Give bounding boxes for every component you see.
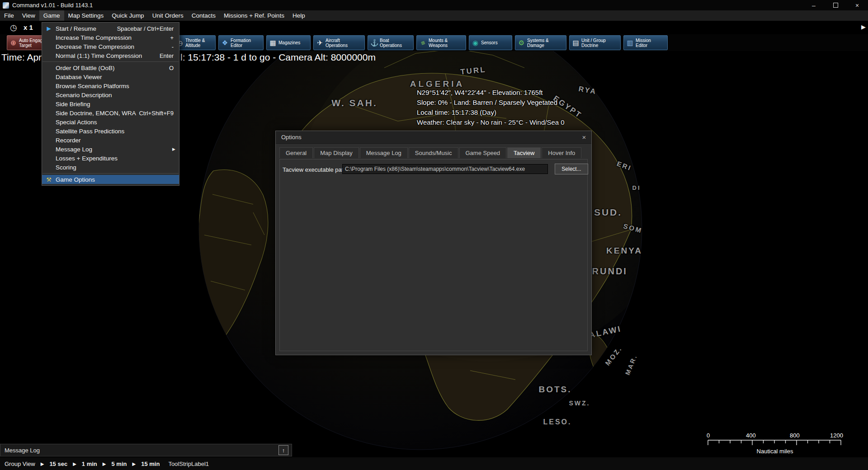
menu-item-message-log[interactable]: Message Log ▶ <box>42 145 179 154</box>
message-log-label: Message Log <box>0 447 40 454</box>
maximize-icon <box>833 3 838 8</box>
menu-item-shortcut: + <box>170 34 179 41</box>
menu-help[interactable]: Help <box>288 10 309 21</box>
menu-item-scoring[interactable]: Scoring <box>42 163 179 172</box>
toolbar-button-magazines[interactable]: ▦ Magazines <box>266 35 311 50</box>
tab-general[interactable]: General <box>279 147 313 158</box>
menu-missions-ref-points[interactable]: Missions + Ref. Points <box>220 10 288 21</box>
menu-item-satellite-pass-predictions[interactable]: Satellite Pass Predictions <box>42 127 179 136</box>
menu-item-label: Game Options <box>56 176 179 183</box>
toolbar-button-sensors[interactable]: ◉ Sensors <box>469 35 512 50</box>
toolbar-button-unit-group-doctrine[interactable]: ▤ Unit / GroupDoctrine <box>569 35 621 50</box>
preset-5-min-button[interactable]: 5 min <box>112 461 127 467</box>
preset-15-min-button[interactable]: 15 min <box>141 461 160 467</box>
menu-file[interactable]: File <box>0 10 18 21</box>
sensors-icon: ◉ <box>472 39 479 47</box>
toolbar-button-systems-damage[interactable]: ⚙ Systems &Damage <box>515 35 566 50</box>
select-path-button[interactable]: Select... <box>555 164 588 174</box>
triangle-icon: ▶ <box>103 461 106 466</box>
menu-item-database-viewer[interactable]: Database Viewer <box>42 72 179 81</box>
map-label: SUD. <box>594 207 622 218</box>
menu-item-scenario-description[interactable]: Scenario Description <box>42 90 179 99</box>
menu-item-label: Scenario Description <box>56 92 179 99</box>
preset-15-sec-button[interactable]: 15 sec <box>49 461 67 467</box>
minimize-icon: – <box>812 2 816 9</box>
toolbar-button-mission-editor[interactable]: ▥ MissionEditor <box>623 35 668 50</box>
panel-collapse-icon[interactable]: ▶ <box>861 24 866 30</box>
tab-message-log[interactable]: Message Log <box>360 147 408 158</box>
map-label: SWZ. <box>569 400 590 407</box>
scale-unit-label: Nautical miles <box>707 448 843 455</box>
menu-item-browse-scenario-platforms[interactable]: Browse Scenario Platforms <box>42 81 179 90</box>
app-window: TURL ALGERIA W. SAH. RYA EGYPT ERI DI SU… <box>0 0 868 470</box>
close-button[interactable]: × <box>846 0 868 10</box>
minimize-button[interactable]: – <box>803 0 825 10</box>
map-label: W. SAH. <box>331 98 377 108</box>
submenu-arrow-icon: ▶ <box>172 147 179 151</box>
tool-strip-label: ToolStripLabel1 <box>168 461 209 467</box>
close-icon: × <box>582 133 586 141</box>
clock-icon[interactable]: ◷ <box>10 23 17 33</box>
toolbar-button-throttle-altitude[interactable]: ◷ Throttle &Altitude <box>173 35 216 50</box>
menu-quick-jump[interactable]: Quick Jump <box>108 10 148 21</box>
menu-unit-orders[interactable]: Unit Orders <box>148 10 188 21</box>
cursor-map-info: N29°51'42", W4°22'44" - Elevation: 1765f… <box>417 88 565 127</box>
app-icon <box>3 2 9 9</box>
menu-item-normal-time-compression[interactable]: Normal (1:1) Time Compression Enter <box>42 51 179 60</box>
magazines-icon: ▦ <box>269 39 277 47</box>
menu-item-order-of-battle[interactable]: Order Of Battle (OoB) O <box>42 63 179 72</box>
button-label: Boat <box>380 38 402 43</box>
menu-item-label: Recorder <box>56 137 179 144</box>
tab-sounds-music[interactable]: Sounds/Music <box>409 147 458 158</box>
menu-view[interactable]: View <box>18 10 39 21</box>
tab-hover-info[interactable]: Hover Info <box>542 147 581 158</box>
menu-item-label: Order Of Battle (OoB) <box>56 65 169 71</box>
map-info-coordinates: N29°51'42", W4°22'44" - Elevation: 1765f… <box>417 88 565 98</box>
menu-item-start-resume[interactable]: ▶ Start / Resume Spacebar / Ctrl+Enter <box>42 24 179 33</box>
toolbar-button-mounts-weapons[interactable]: ≡ Mounts &Weapons <box>416 35 466 50</box>
menu-game[interactable]: Game <box>39 10 64 21</box>
options-dialog-close-button[interactable]: × <box>577 133 591 141</box>
triangle-icon: ▶ <box>132 461 136 466</box>
scale-ruler <box>707 439 843 446</box>
scale-tick-label: 0 <box>707 432 710 439</box>
menu-item-side-doctrine-emcon-wra[interactable]: Side Doctrine, EMCON, WRA Ctrl+Shift+F9 <box>42 108 179 118</box>
map-info-local-time: Local time: 15:17:38 (Day) <box>417 108 565 118</box>
menu-item-label: Database Viewer <box>56 74 179 80</box>
tab-game-speed[interactable]: Game Speed <box>459 147 507 158</box>
tab-tacview[interactable]: Tacview <box>507 147 541 158</box>
menu-item-game-options[interactable]: ⚒ Game Options <box>42 175 179 184</box>
options-dialog-titlebar[interactable]: Options × <box>276 131 591 144</box>
menu-item-losses-expenditures[interactable]: Losses + Expenditures <box>42 154 179 163</box>
menu-item-recorder[interactable]: Recorder <box>42 136 179 145</box>
toolbar-button-formation-editor[interactable]: ❖ FormationEditor <box>218 35 264 50</box>
toolbar-button-aircraft-operations[interactable]: ✈ AircraftOperations <box>313 35 365 50</box>
menu-map-settings[interactable]: Map Settings <box>64 10 108 21</box>
group-view-button[interactable]: Group View <box>5 461 35 467</box>
maximize-button[interactable] <box>825 0 846 10</box>
scale-tick-label: 1200 <box>830 432 843 439</box>
menu-item-label: Increase Time Compression <box>56 34 170 41</box>
menu-item-side-briefing[interactable]: Side Briefing <box>42 99 179 108</box>
toolbar-button-boat-operations[interactable]: ⚓ BoatOperations <box>368 35 414 50</box>
preset-1-min-button[interactable]: 1 min <box>82 461 97 467</box>
tacview-path-input[interactable] <box>342 164 548 174</box>
button-label: Mission <box>636 38 651 43</box>
button-label: Magazines <box>278 40 300 45</box>
auto-engage-icon: ⊕ <box>9 39 17 47</box>
aircraft-icon: ✈ <box>316 39 324 47</box>
game-menu-popup: ▶ Start / Resume Spacebar / Ctrl+Enter I… <box>42 22 179 186</box>
tab-map-display[interactable]: Map Display <box>314 147 359 158</box>
map-scale-bar: 0 400 800 1200 Nautical <box>707 432 843 455</box>
toolbar-button-group: ◷ Throttle &Altitude ❖ FormationEditor ▦… <box>173 35 668 50</box>
button-label: Editor <box>231 43 251 48</box>
window-controls: – × <box>803 0 868 10</box>
menu-item-decrease-time-compression[interactable]: Decrease Time Compression - <box>42 42 179 51</box>
options-dialog: Options × General Map Display Message Lo… <box>275 131 592 355</box>
button-label: Throttle & <box>185 38 205 43</box>
menu-contacts[interactable]: Contacts <box>188 10 220 21</box>
menu-item-increase-time-compression[interactable]: Increase Time Compression + <box>42 33 179 42</box>
menu-item-special-actions[interactable]: Special Actions <box>42 118 179 127</box>
map-label: BOTS. <box>538 385 571 395</box>
message-log-expand-button[interactable]: ↑ <box>278 445 288 455</box>
